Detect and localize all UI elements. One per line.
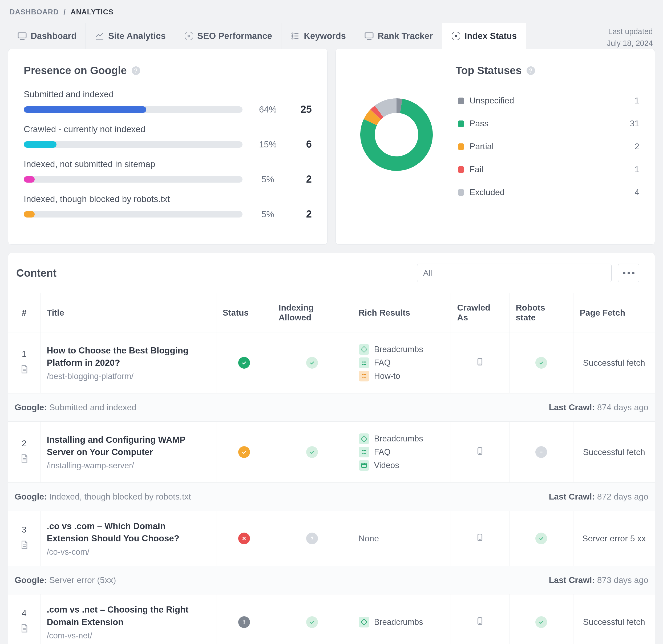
legend-value: 31 [630, 119, 639, 129]
row-index: 4 [15, 608, 34, 618]
legend-value: 2 [635, 141, 639, 151]
mobile-icon [476, 536, 484, 546]
tab-keywords[interactable]: Keywords [281, 23, 355, 49]
legend-row: Unspecified 1 [458, 89, 639, 112]
svg-point-49 [312, 540, 312, 540]
metric-bar [24, 211, 243, 218]
table-row[interactable]: 1 How to Choose the Best Blogging Platfo… [8, 332, 655, 394]
breadcrumbs-icon [359, 344, 369, 355]
presence-metric: Indexed, though blocked by robots.txt 5%… [24, 194, 312, 220]
legend-value: 1 [635, 164, 639, 174]
row-title[interactable]: Installing and Configuring WAMP Server o… [47, 434, 196, 458]
table-row[interactable]: 2 Installing and Configuring WAMP Server… [8, 422, 655, 483]
help-icon[interactable]: ? [132, 66, 140, 75]
google-status: Indexed, though blocked by robots.txt [49, 492, 191, 502]
mobile-icon [476, 360, 484, 370]
svg-rect-9 [365, 33, 373, 38]
mobile-icon [476, 620, 484, 629]
col-status: Status [216, 293, 272, 332]
row-slug: /installing-wamp-server/ [47, 461, 210, 470]
svg-rect-55 [361, 619, 367, 625]
legend-row: Pass 31 [458, 112, 639, 135]
svg-point-5 [292, 36, 293, 37]
tab-index-status[interactable]: Index Status [442, 23, 526, 50]
legend-label: Partial [470, 141, 629, 151]
google-label: Google: [15, 492, 47, 502]
row-title[interactable]: How to Choose the Best Blogging Platform… [47, 345, 196, 369]
svg-point-2 [188, 35, 190, 37]
legend-label: Fail [470, 164, 629, 174]
content-table: # Title Status Indexing Allowed Rich Res… [8, 293, 655, 644]
check-soft-icon [535, 616, 547, 628]
check-soft-icon [306, 616, 318, 628]
top-statuses-title-text: Top Statuses [455, 65, 522, 76]
top-statuses-title: Top Statuses ? [351, 65, 639, 76]
metric-bar [24, 141, 243, 148]
check-soft-icon [306, 357, 318, 369]
col-title: Title [40, 293, 216, 332]
presence-metric: Crawled - currently not indexed 15% 6 [24, 124, 312, 150]
row-title[interactable]: .com vs .net – Choosing the Right Domain… [47, 603, 196, 628]
list-icon [291, 31, 300, 41]
content-filter-input[interactable] [417, 264, 612, 282]
fetch-status: Successful fetch [573, 332, 655, 394]
rich-result-item: Videos [359, 460, 444, 471]
metric-value: 2 [293, 174, 312, 185]
legend-label: Excluded [470, 187, 629, 197]
breadcrumb: DASHBOARD / ANALYTICS [8, 8, 655, 23]
fetch-status: Server error 5 xx [573, 511, 655, 566]
legend-label: Pass [470, 119, 624, 129]
metric-pct: 64% [253, 105, 282, 115]
last-updated: Last updated July 18, 2024 [607, 23, 655, 49]
presence-metric: Submitted and indexed 64% 25 [24, 89, 312, 115]
metric-value: 6 [293, 139, 312, 150]
last-updated-label: Last updated [607, 26, 653, 38]
check-soft-icon [535, 533, 547, 544]
help-icon[interactable]: ? [527, 66, 535, 75]
breadcrumb-root[interactable]: DASHBOARD [9, 8, 59, 16]
status-unknown-icon [238, 616, 250, 628]
tab-dashboard[interactable]: Dashboard [8, 23, 86, 49]
focus-icon [451, 31, 461, 41]
google-status: Server error (5xx) [49, 575, 116, 585]
faq-icon [359, 357, 369, 368]
svg-rect-31 [361, 436, 367, 442]
breadcrumb-current: ANALYTICS [71, 8, 114, 16]
top-statuses-card: Top Statuses ? Unspecified 1 Pass 31 Par… [336, 49, 655, 245]
more-button[interactable] [618, 264, 639, 282]
row-index: 2 [15, 439, 34, 448]
table-row[interactable]: 4 .com vs .net – Choosing the Right Doma… [8, 594, 655, 644]
breadcrumbs-icon [359, 434, 369, 444]
tab-label: Index Status [464, 31, 517, 41]
tab-seo-performance[interactable]: SEO Performance [175, 23, 282, 49]
tab-label: Dashboard [31, 31, 76, 41]
page-icon [15, 623, 34, 636]
metric-bar [24, 106, 243, 113]
chart-icon [95, 31, 105, 41]
rich-result-item: How-to [359, 371, 444, 381]
metric-label: Indexed, not submitted in sitemap [24, 159, 312, 169]
rich-none: None [359, 534, 379, 543]
legend-row: Excluded 4 [458, 181, 639, 204]
swatch-icon [458, 143, 464, 150]
summary-row: Google: Submitted and indexed Last Crawl… [8, 394, 655, 422]
table-row[interactable]: 3 .co vs .com – Which Domain Extension S… [8, 511, 655, 566]
breadcrumb-sep: / [64, 8, 66, 16]
google-status: Submitted and indexed [49, 402, 136, 412]
legend-row: Fail 1 [458, 158, 639, 181]
last-crawl-label: Last Crawl: [549, 402, 595, 412]
status-fail-icon [238, 533, 250, 544]
row-title[interactable]: .co vs .com – Which Domain Extension Sho… [47, 520, 196, 545]
tab-rank-tracker[interactable]: Rank Tracker [355, 23, 442, 49]
last-crawl-value: 874 days ago [597, 402, 648, 412]
tab-site-analytics[interactable]: Site Analytics [86, 23, 175, 49]
status-legend: Unspecified 1 Pass 31 Partial 2 Fail 1 E… [458, 89, 639, 204]
dash-soft-icon [535, 446, 547, 458]
tabs: Dashboard Site Analytics SEO Performance… [8, 23, 526, 49]
row-slug: /com-vs-net/ [47, 631, 210, 641]
metric-bar [24, 176, 243, 183]
presence-title-text: Presence on Google [24, 65, 127, 76]
row-slug: /best-blogging-platform/ [47, 372, 210, 381]
monitor-icon [364, 31, 374, 41]
check-soft-icon [535, 357, 547, 369]
